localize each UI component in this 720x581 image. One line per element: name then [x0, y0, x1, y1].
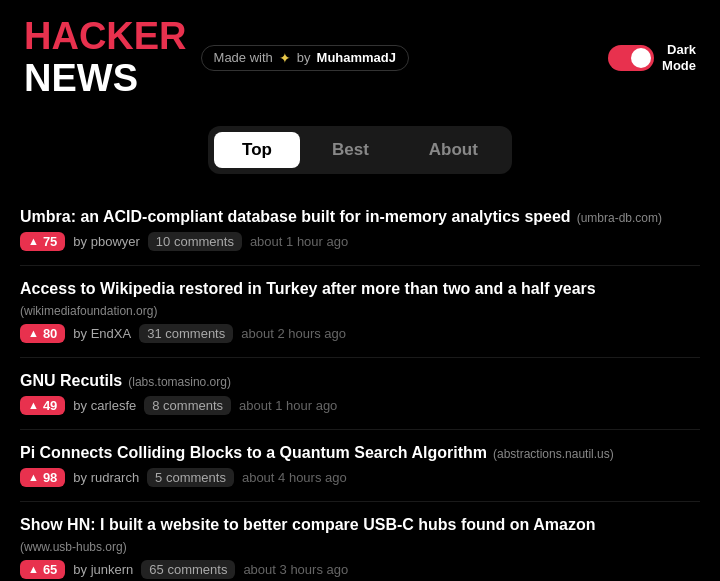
- nav-container: Top Best About: [0, 126, 720, 174]
- news-item: Access to Wikipedia restored in Turkey a…: [20, 266, 700, 358]
- meta-time: about 1 hour ago: [250, 234, 348, 249]
- tab-best[interactable]: Best: [304, 132, 397, 168]
- dark-mode-toggle[interactable]: DarkMode: [608, 42, 696, 73]
- news-title-row: GNU Recutils (labs.tomasino.org): [20, 372, 700, 390]
- meta-time: about 4 hours ago: [242, 470, 347, 485]
- news-meta: ▲ 98 by rudrarch 5 comments about 4 hour…: [20, 468, 700, 487]
- made-with-label: by: [297, 50, 311, 65]
- logo: HACKER NEWS: [24, 16, 187, 100]
- news-item: Pi Connects Colliding Blocks to a Quantu…: [20, 430, 700, 502]
- meta-comments[interactable]: 10 comments: [148, 232, 242, 251]
- header: HACKER NEWS Made with ✦ by MuhammadJ Dar…: [0, 0, 720, 116]
- vote-count: 98: [43, 470, 57, 485]
- news-meta: ▲ 75 by pbowyer 10 comments about 1 hour…: [20, 232, 700, 251]
- news-domain: (wikimediafoundation.org): [20, 304, 157, 318]
- meta-comments[interactable]: 5 comments: [147, 468, 234, 487]
- upvote-icon: ▲: [28, 399, 39, 411]
- vote-count: 65: [43, 562, 57, 577]
- toggle-switch[interactable]: [608, 45, 654, 71]
- made-with-text: Made with: [214, 50, 273, 65]
- toggle-knob: [631, 48, 651, 68]
- news-title[interactable]: Umbra: an ACID-compliant database built …: [20, 208, 571, 226]
- vote-count: 75: [43, 234, 57, 249]
- vote-count: 49: [43, 398, 57, 413]
- vote-count: 80: [43, 326, 57, 341]
- news-title-row: Pi Connects Colliding Blocks to a Quantu…: [20, 444, 700, 462]
- meta-author: by rudrarch: [73, 470, 139, 485]
- nav-tabs: Top Best About: [208, 126, 512, 174]
- meta-author: by EndXA: [73, 326, 131, 341]
- logo-line2: NEWS: [24, 58, 187, 100]
- news-title[interactable]: Pi Connects Colliding Blocks to a Quantu…: [20, 444, 487, 462]
- meta-comments[interactable]: 65 comments: [141, 560, 235, 579]
- news-item: Show HN: I built a website to better com…: [20, 502, 700, 581]
- meta-time: about 1 hour ago: [239, 398, 337, 413]
- news-list: Umbra: an ACID-compliant database built …: [0, 194, 720, 581]
- news-title-row: Access to Wikipedia restored in Turkey a…: [20, 280, 700, 318]
- upvote-icon: ▲: [28, 327, 39, 339]
- news-meta: ▲ 65 by junkern 65 comments about 3 hour…: [20, 560, 700, 579]
- logo-line1: HACKER: [24, 16, 187, 58]
- news-item: GNU Recutils (labs.tomasino.org) ▲ 49 by…: [20, 358, 700, 430]
- news-domain: (www.usb-hubs.org): [20, 540, 127, 554]
- star-icon: ✦: [279, 50, 291, 66]
- tab-top[interactable]: Top: [214, 132, 300, 168]
- news-title-row: Show HN: I built a website to better com…: [20, 516, 700, 554]
- meta-comments[interactable]: 8 comments: [144, 396, 231, 415]
- news-meta: ▲ 49 by carlesfe 8 comments about 1 hour…: [20, 396, 700, 415]
- news-domain: (umbra-db.com): [577, 211, 662, 225]
- news-title[interactable]: GNU Recutils: [20, 372, 122, 390]
- meta-author: by junkern: [73, 562, 133, 577]
- upvote-icon: ▲: [28, 235, 39, 247]
- meta-author: by pbowyer: [73, 234, 139, 249]
- meta-author: by carlesfe: [73, 398, 136, 413]
- news-item: Umbra: an ACID-compliant database built …: [20, 194, 700, 266]
- vote-badge[interactable]: ▲ 80: [20, 324, 65, 343]
- vote-badge[interactable]: ▲ 49: [20, 396, 65, 415]
- vote-badge[interactable]: ▲ 75: [20, 232, 65, 251]
- news-domain: (labs.tomasino.org): [128, 375, 231, 389]
- made-with-badge: Made with ✦ by MuhammadJ: [201, 45, 409, 71]
- news-title[interactable]: Access to Wikipedia restored in Turkey a…: [20, 280, 596, 298]
- vote-badge[interactable]: ▲ 98: [20, 468, 65, 487]
- tab-about[interactable]: About: [401, 132, 506, 168]
- upvote-icon: ▲: [28, 563, 39, 575]
- news-title[interactable]: Show HN: I built a website to better com…: [20, 516, 595, 534]
- news-title-row: Umbra: an ACID-compliant database built …: [20, 208, 700, 226]
- meta-time: about 3 hours ago: [243, 562, 348, 577]
- news-domain: (abstractions.nautil.us): [493, 447, 614, 461]
- news-meta: ▲ 80 by EndXA 31 comments about 2 hours …: [20, 324, 700, 343]
- upvote-icon: ▲: [28, 471, 39, 483]
- meta-comments[interactable]: 31 comments: [139, 324, 233, 343]
- dark-mode-label: DarkMode: [662, 42, 696, 73]
- author-name: MuhammadJ: [317, 50, 396, 65]
- vote-badge[interactable]: ▲ 65: [20, 560, 65, 579]
- meta-time: about 2 hours ago: [241, 326, 346, 341]
